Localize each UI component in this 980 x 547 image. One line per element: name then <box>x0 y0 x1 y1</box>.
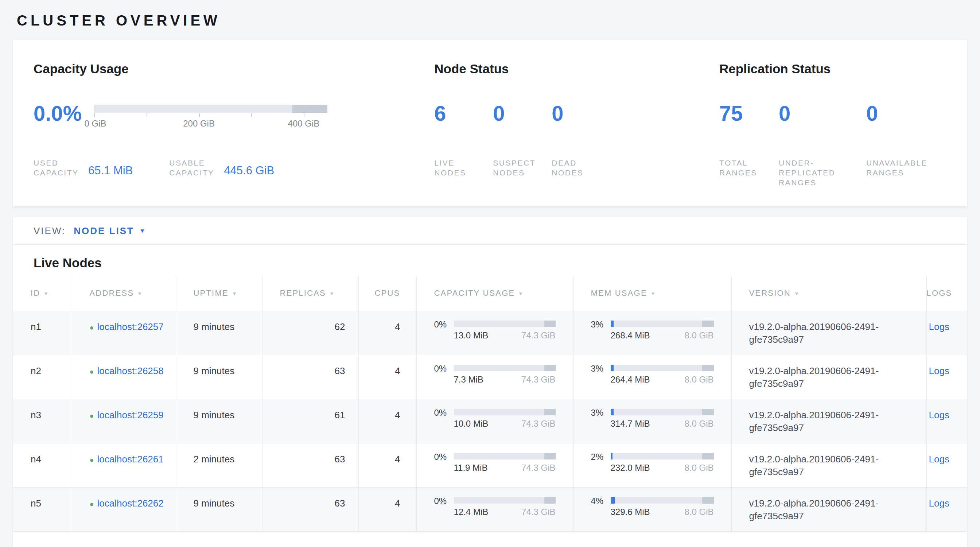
node-logs-cell: Logs <box>926 487 967 531</box>
mem-mini-bar-end-cap <box>702 365 713 371</box>
node-version-cell: v19.2.0-alpha.20190606-2491-gfe735c9a97 <box>731 355 926 399</box>
capacity-mini-bar-end-cap <box>544 453 555 460</box>
node-id-cell: n3 <box>13 399 72 443</box>
node-logs-link[interactable]: Logs <box>929 410 950 420</box>
axis-label: 0 GiB <box>84 119 106 129</box>
sort-icon: ▼ <box>651 291 657 296</box>
sort-icon: ▼ <box>43 291 49 296</box>
capacity-total-value: 74.3 GiB <box>521 463 555 472</box>
axis-tick <box>199 113 200 117</box>
total-ranges-count: 75 <box>719 102 779 137</box>
capacity-used-value: 12.4 MiB <box>454 507 488 517</box>
capacity-mini-bar-end-cap <box>544 409 555 415</box>
column-header-capacity-usage[interactable]: CAPACITY USAGE▼ <box>416 276 573 311</box>
mem-percent: 4% <box>591 497 611 517</box>
column-header-replicas[interactable]: REPLICAS▼ <box>262 276 358 311</box>
column-header-id[interactable]: ID▼ <box>13 276 72 311</box>
node-address-link[interactable]: localhost:26262 <box>97 498 164 509</box>
column-header-version[interactable]: VERSION▼ <box>731 276 926 311</box>
capacity-usage-content: 0.0% 0 GiB 200 GiB 400 GiB <box>33 102 434 137</box>
capacity-meter: 0% 13.0 MiB 74.3 GiB <box>434 321 573 340</box>
capacity-usage-section: Capacity Usage 0.0% 0 GiB 200 GiB <box>33 61 434 188</box>
node-address-link[interactable]: localhost:26261 <box>97 454 164 464</box>
node-row: n4 ●localhost:26261 2 minutes 63 4 0% 11… <box>13 443 967 487</box>
node-id-cell: n4 <box>13 443 72 487</box>
node-mem-usage-cell: 3% 314.7 MiB 8.0 GiB <box>573 399 731 443</box>
used-capacity-label: USED CAPACITY <box>33 158 83 178</box>
live-status-dot-icon: ● <box>90 367 94 375</box>
capacity-total-value: 74.3 GiB <box>521 507 555 517</box>
node-logs-link[interactable]: Logs <box>929 498 950 509</box>
node-address-cell: ●localhost:26257 <box>72 311 176 355</box>
unavailable-ranges-label: UNAVAILABLE RANGES <box>866 158 947 178</box>
node-capacity-usage-cell: 0% 7.3 MiB 74.3 GiB <box>416 355 573 399</box>
mem-total-value: 8.0 GiB <box>684 419 713 428</box>
table-header-row: ID▼ ADDRESS▼ UPTIME▼ REPLICAS▼ CPUS CAPA… <box>13 276 967 311</box>
column-header-uptime[interactable]: UPTIME▼ <box>176 276 262 311</box>
capacity-usage-heading: Capacity Usage <box>33 61 434 77</box>
mem-mini-bar-fill <box>611 409 614 415</box>
node-version-cell: v19.2.0-alpha.20190606-2491-gfe735c9a97 <box>731 311 926 355</box>
node-cpus-cell: 4 <box>358 399 416 443</box>
column-header-mem-usage[interactable]: MEM USAGE▼ <box>573 276 731 311</box>
node-version-cell: v19.2.0-alpha.20190606-2491-gfe735c9a97 <box>731 443 926 487</box>
mem-mini-bar <box>611 497 714 504</box>
capacity-used-value: 11.9 MiB <box>454 463 488 472</box>
node-address-cell: ●localhost:26258 <box>72 355 176 399</box>
mem-used-value: 264.4 MiB <box>611 375 650 384</box>
used-capacity-stat: USED CAPACITY 65.1 MiB <box>33 158 133 178</box>
axis-label: 400 GiB <box>288 119 320 129</box>
node-uptime-cell: 9 minutes <box>176 487 262 531</box>
live-nodes-table: ID▼ ADDRESS▼ UPTIME▼ REPLICAS▼ CPUS CAPA… <box>13 276 967 532</box>
cluster-summary-card: Capacity Usage 0.0% 0 GiB 200 GiB <box>13 40 967 207</box>
node-status-stats: 6 LIVE NODES 0 SUSPECT NODES 0 DEAD NODE… <box>434 102 719 178</box>
mem-percent: 2% <box>591 453 611 472</box>
mem-mini-bar-end-cap <box>702 409 713 415</box>
axis-tick <box>304 113 304 117</box>
node-uptime-cell: 2 minutes <box>176 443 262 487</box>
live-nodes-section: Live Nodes ID▼ ADDRESS▼ UPTIME▼ REPLICAS… <box>13 245 967 547</box>
node-address-cell: ●localhost:26262 <box>72 487 176 531</box>
capacity-used-value: 10.0 MiB <box>454 419 488 428</box>
suspect-nodes-count: 0 <box>493 102 552 137</box>
mem-total-value: 8.0 GiB <box>684 375 713 384</box>
node-logs-link[interactable]: Logs <box>929 366 950 376</box>
column-label: CPUS <box>375 288 400 297</box>
capacity-mini-bar <box>454 365 555 371</box>
node-status-section: Node Status 6 LIVE NODES 0 SUSPECT NODES… <box>434 61 719 188</box>
dead-nodes-count: 0 <box>552 102 610 137</box>
node-replicas-cell: 62 <box>262 311 358 355</box>
node-address-link[interactable]: localhost:26259 <box>97 410 164 420</box>
column-header-cpus: CPUS <box>358 276 416 311</box>
total-ranges-stat: 75 TOTAL RANGES <box>719 102 779 188</box>
mem-percent: 3% <box>591 365 611 384</box>
mem-mini-bar-fill <box>611 497 615 504</box>
mem-total-value: 8.0 GiB <box>684 331 713 340</box>
capacity-meter: 0% 12.4 MiB 74.3 GiB <box>434 497 573 517</box>
axis-tick <box>94 113 95 117</box>
live-nodes-label: LIVE NODES <box>434 158 493 178</box>
capacity-percent: 0% <box>434 497 454 517</box>
live-nodes-heading: Live Nodes <box>33 255 967 271</box>
node-address-link[interactable]: localhost:26258 <box>97 366 164 376</box>
live-status-dot-icon: ● <box>90 456 94 464</box>
sort-icon: ▼ <box>794 291 800 296</box>
node-version-cell: v19.2.0-alpha.20190606-2491-gfe735c9a97 <box>731 399 926 443</box>
column-header-address[interactable]: ADDRESS▼ <box>72 276 176 311</box>
node-logs-link[interactable]: Logs <box>929 321 950 332</box>
node-replicas-cell: 63 <box>262 443 358 487</box>
mem-meter: 3% 268.4 MiB 8.0 GiB <box>591 321 731 340</box>
node-logs-cell: Logs <box>926 355 967 399</box>
mem-percent: 3% <box>591 409 611 428</box>
view-selector[interactable]: NODE LIST ▼ <box>74 225 145 237</box>
replication-status-section: Replication Status 75 TOTAL RANGES 0 UND… <box>719 61 947 188</box>
node-uptime-cell: 9 minutes <box>176 355 262 399</box>
node-address-link[interactable]: localhost:26257 <box>97 321 164 332</box>
live-status-dot-icon: ● <box>90 412 94 420</box>
sort-icon: ▼ <box>137 291 143 296</box>
mem-meter: 4% 329.6 MiB 8.0 GiB <box>591 497 731 517</box>
capacity-stats: USED CAPACITY 65.1 MiB USABLE CAPACITY 4… <box>33 158 434 178</box>
unavailable-ranges-count: 0 <box>866 102 947 137</box>
node-logs-link[interactable]: Logs <box>929 454 950 464</box>
node-cpus-cell: 4 <box>358 487 416 531</box>
